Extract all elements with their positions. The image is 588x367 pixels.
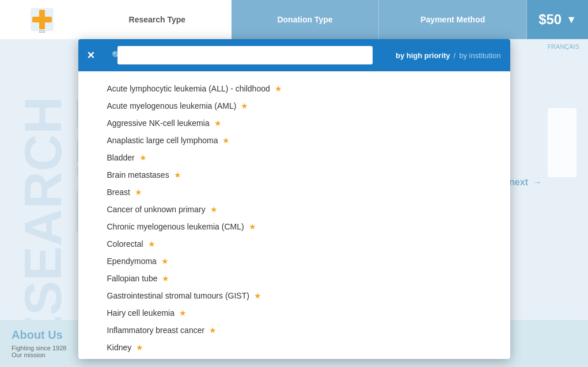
sort-divider: / [454, 51, 456, 60]
step-donation-type[interactable]: Donation Type [232, 0, 380, 39]
cancer-name: Fallopian tube [107, 274, 158, 283]
list-item[interactable]: Ependymoma★ [78, 253, 510, 270]
star-icon: ★ [136, 343, 143, 352]
amount-display: $50 [538, 12, 562, 28]
list-item[interactable]: Acute myelogenous leukemia (AML)★ [78, 97, 510, 114]
step-donation-label: Donation Type [277, 15, 332, 24]
next-label: next [509, 177, 528, 188]
star-icon: ★ [174, 170, 181, 179]
step-payment-method[interactable]: Payment Method [379, 0, 527, 39]
cancer-name: Ependymoma [107, 257, 157, 266]
list-item[interactable]: Breast★ [78, 183, 510, 201]
header: CCS Research Type Donation Type Payment … [0, 0, 588, 39]
star-icon: ★ [135, 188, 142, 197]
star-icon: ★ [148, 239, 155, 249]
cancer-name: Gastrointestinal stromal tumours (GIST) [107, 291, 249, 300]
about-col-1: Fighting since 1928 Our mission [12, 345, 66, 358]
cancer-name: Acute lymphocytic leukemia (ALL) - child… [107, 84, 270, 93]
modal-body: Acute lymphocytic leukemia (ALL) - child… [78, 71, 510, 359]
list-item[interactable]: Hairy cell leukemia★ [78, 304, 510, 322]
star-icon: ★ [249, 222, 256, 231]
cancer-name: Hairy cell leukemia [107, 308, 174, 318]
cancer-name: Bladder [107, 153, 135, 162]
star-icon: ★ [254, 291, 261, 300]
star-icon: ★ [179, 308, 187, 318]
svg-rect-2 [32, 17, 52, 22]
star-icon: ★ [139, 153, 147, 162]
cancer-name: Acute myelogenous leukemia (AML) [107, 101, 237, 110]
cancer-name: Cancer of unknown primary [107, 205, 206, 214]
cancer-name: Inflammatory breast cancer [107, 326, 205, 335]
list-item[interactable]: Acute lymphocytic leukemia (ALL) - child… [78, 80, 510, 97]
list-item[interactable]: Colorectal★ [78, 235, 510, 253]
cancer-list: Acute lymphocytic leukemia (ALL) - child… [78, 77, 510, 359]
list-item[interactable]: Cancer of unknown primary★ [78, 201, 510, 218]
cancer-name: Breast [107, 188, 130, 197]
search-input[interactable] [117, 46, 373, 64]
list-item[interactable]: Kidney★ [78, 339, 510, 356]
cancer-name: Kidney [107, 343, 132, 352]
step-research-label: Research Type [129, 15, 186, 24]
list-item[interactable]: Bladder★ [78, 149, 510, 166]
cancer-name: Chronic myelogenous leukemia (CML) [107, 222, 244, 231]
cancer-modal: × 🔍 by high priority / by institution Ac… [78, 39, 510, 359]
cancer-name: Colorectal [107, 239, 143, 249]
francais-link[interactable]: FRANÇAIS [547, 43, 579, 50]
list-item[interactable]: Aggressive NK-cell leukemia★ [78, 114, 510, 132]
star-icon: ★ [209, 326, 217, 335]
next-arrow-icon: → [533, 177, 542, 188]
star-icon: ★ [161, 257, 169, 266]
list-item[interactable]: Gastrointestinal stromal tumours (GIST)★ [78, 287, 510, 304]
fighting-since: Fighting since 1928 [12, 345, 66, 351]
list-item[interactable]: Inflammatory breast cancer★ [78, 322, 510, 339]
star-icon: ★ [210, 205, 218, 214]
amount-area[interactable]: $50 ▼ [527, 0, 588, 39]
list-item[interactable]: Anaplastic large cell lymphoma★ [78, 132, 510, 149]
our-mission: Our mission [12, 351, 66, 358]
amount-dropdown-icon[interactable]: ▼ [566, 14, 576, 26]
right-card [548, 108, 576, 177]
sort-options: by high priority / by institution [396, 51, 501, 60]
star-icon: ★ [275, 84, 282, 93]
nav-steps: Research Type Donation Type Payment Meth… [84, 0, 527, 39]
modal-header: × 🔍 by high priority / by institution [78, 39, 510, 71]
cancer-name: Anaplastic large cell lymphoma [107, 136, 218, 145]
next-button[interactable]: next → [509, 177, 542, 188]
cancer-name: Aggressive NK-cell leukemia [107, 118, 210, 128]
logo-icon: CCS [28, 5, 56, 34]
list-item[interactable]: Fallopian tube★ [78, 270, 510, 287]
star-icon: ★ [222, 136, 230, 145]
svg-text:CCS: CCS [39, 30, 45, 33]
search-wrapper: 🔍 [106, 46, 384, 64]
step-payment-label: Payment Method [420, 15, 485, 24]
sort-high-priority[interactable]: by high priority [396, 51, 450, 60]
step-research-type[interactable]: Research Type [84, 0, 232, 39]
sort-by-institution[interactable]: by institution [459, 51, 500, 60]
list-item[interactable]: Chronic myelogenous leukemia (CML)★ [78, 218, 510, 235]
star-icon: ★ [162, 274, 169, 283]
list-item[interactable]: Brain metastases★ [78, 166, 510, 183]
cancer-name: Brain metastases [107, 170, 169, 179]
list-item[interactable]: Leukemia★ [78, 356, 510, 359]
close-button[interactable]: × [88, 49, 95, 62]
logo-area: CCS [0, 0, 84, 39]
star-icon: ★ [241, 101, 248, 110]
star-icon: ★ [214, 118, 222, 128]
